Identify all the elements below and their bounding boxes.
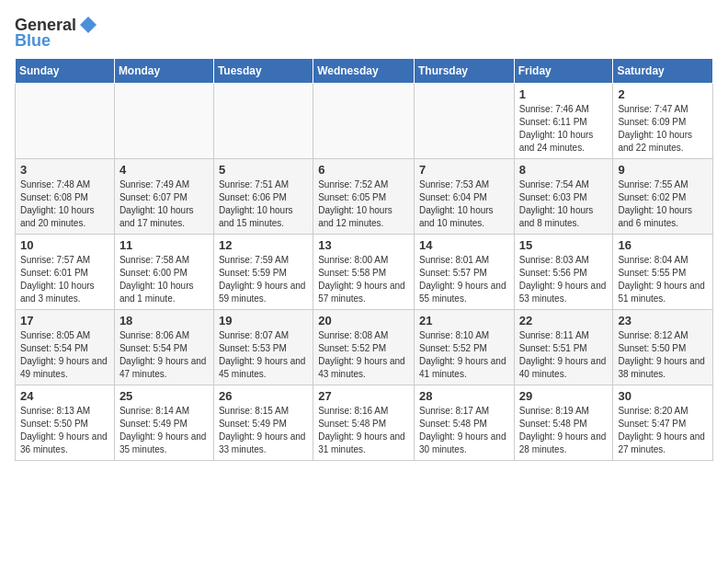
calendar-cell: 9Sunrise: 7:55 AM Sunset: 6:02 PM Daylig… bbox=[613, 159, 713, 235]
weekday-header-saturday: Saturday bbox=[613, 59, 713, 84]
day-number: 27 bbox=[318, 389, 409, 403]
calendar-cell: 3Sunrise: 7:48 AM Sunset: 6:08 PM Daylig… bbox=[16, 159, 115, 235]
calendar-cell: 29Sunrise: 8:19 AM Sunset: 5:48 PM Dayli… bbox=[514, 385, 613, 461]
calendar-cell: 28Sunrise: 8:17 AM Sunset: 5:48 PM Dayli… bbox=[414, 385, 514, 461]
day-number: 24 bbox=[20, 389, 109, 403]
day-info: Sunrise: 8:19 AM Sunset: 5:48 PM Dayligh… bbox=[519, 405, 609, 456]
calendar-cell: 16Sunrise: 8:04 AM Sunset: 5:55 PM Dayli… bbox=[613, 235, 713, 310]
calendar-cell: 1Sunrise: 7:46 AM Sunset: 6:11 PM Daylig… bbox=[514, 84, 613, 159]
day-info: Sunrise: 8:08 AM Sunset: 5:52 PM Dayligh… bbox=[318, 329, 409, 381]
day-number: 8 bbox=[519, 163, 609, 177]
day-number: 13 bbox=[318, 238, 409, 252]
day-info: Sunrise: 8:13 AM Sunset: 5:50 PM Dayligh… bbox=[20, 405, 109, 456]
weekday-header-monday: Monday bbox=[114, 59, 213, 84]
calendar-cell bbox=[114, 84, 213, 159]
calendar-cell: 14Sunrise: 8:01 AM Sunset: 5:57 PM Dayli… bbox=[414, 235, 514, 310]
day-number: 18 bbox=[119, 314, 209, 327]
calendar-cell: 13Sunrise: 8:00 AM Sunset: 5:58 PM Dayli… bbox=[313, 235, 415, 310]
logo-blue: Blue bbox=[15, 31, 51, 51]
day-number: 30 bbox=[618, 389, 708, 403]
day-number: 26 bbox=[219, 389, 308, 403]
day-info: Sunrise: 7:47 AM Sunset: 6:09 PM Dayligh… bbox=[618, 103, 708, 155]
day-number: 23 bbox=[618, 314, 708, 327]
calendar-cell: 6Sunrise: 7:52 AM Sunset: 6:05 PM Daylig… bbox=[313, 159, 415, 235]
calendar-cell: 17Sunrise: 8:05 AM Sunset: 5:54 PM Dayli… bbox=[16, 310, 115, 385]
weekday-header-wednesday: Wednesday bbox=[313, 59, 415, 84]
day-number: 20 bbox=[318, 314, 409, 327]
day-number: 7 bbox=[419, 163, 509, 177]
weekday-header-row: SundayMondayTuesdayWednesdayThursdayFrid… bbox=[16, 59, 713, 84]
calendar-cell bbox=[213, 84, 313, 159]
header: General Blue bbox=[15, 15, 713, 51]
day-info: Sunrise: 8:05 AM Sunset: 5:54 PM Dayligh… bbox=[20, 329, 109, 381]
day-number: 9 bbox=[618, 163, 708, 177]
weekday-header-tuesday: Tuesday bbox=[213, 59, 313, 84]
day-number: 12 bbox=[219, 238, 308, 252]
calendar: SundayMondayTuesdayWednesdayThursdayFrid… bbox=[15, 58, 713, 461]
day-number: 19 bbox=[219, 314, 308, 327]
logo-flag-icon bbox=[78, 15, 98, 35]
week-row-2: 3Sunrise: 7:48 AM Sunset: 6:08 PM Daylig… bbox=[16, 159, 713, 235]
calendar-cell: 30Sunrise: 8:20 AM Sunset: 5:47 PM Dayli… bbox=[613, 385, 713, 461]
day-info: Sunrise: 7:54 AM Sunset: 6:03 PM Dayligh… bbox=[519, 178, 609, 230]
day-info: Sunrise: 7:57 AM Sunset: 6:01 PM Dayligh… bbox=[20, 254, 109, 305]
day-info: Sunrise: 7:53 AM Sunset: 6:04 PM Dayligh… bbox=[419, 178, 509, 230]
day-info: Sunrise: 8:06 AM Sunset: 5:54 PM Dayligh… bbox=[119, 329, 209, 381]
calendar-cell: 18Sunrise: 8:06 AM Sunset: 5:54 PM Dayli… bbox=[114, 310, 213, 385]
day-info: Sunrise: 7:58 AM Sunset: 6:00 PM Dayligh… bbox=[119, 254, 209, 305]
day-info: Sunrise: 8:01 AM Sunset: 5:57 PM Dayligh… bbox=[419, 254, 509, 305]
week-row-4: 17Sunrise: 8:05 AM Sunset: 5:54 PM Dayli… bbox=[16, 310, 713, 385]
day-info: Sunrise: 7:49 AM Sunset: 6:07 PM Dayligh… bbox=[119, 178, 209, 230]
day-number: 4 bbox=[119, 163, 209, 177]
day-number: 25 bbox=[119, 389, 209, 403]
day-info: Sunrise: 8:17 AM Sunset: 5:48 PM Dayligh… bbox=[419, 405, 509, 456]
weekday-header-thursday: Thursday bbox=[414, 59, 514, 84]
day-info: Sunrise: 7:52 AM Sunset: 6:05 PM Dayligh… bbox=[318, 178, 409, 230]
day-info: Sunrise: 8:14 AM Sunset: 5:49 PM Dayligh… bbox=[119, 405, 209, 456]
calendar-cell bbox=[16, 84, 115, 159]
calendar-cell: 19Sunrise: 8:07 AM Sunset: 5:53 PM Dayli… bbox=[213, 310, 313, 385]
calendar-cell: 20Sunrise: 8:08 AM Sunset: 5:52 PM Dayli… bbox=[313, 310, 415, 385]
day-info: Sunrise: 8:10 AM Sunset: 5:52 PM Dayligh… bbox=[419, 329, 509, 381]
day-number: 15 bbox=[519, 238, 609, 252]
calendar-cell bbox=[414, 84, 514, 159]
day-info: Sunrise: 7:51 AM Sunset: 6:06 PM Dayligh… bbox=[219, 178, 308, 230]
day-info: Sunrise: 8:11 AM Sunset: 5:51 PM Dayligh… bbox=[519, 329, 609, 381]
day-number: 21 bbox=[419, 314, 509, 327]
weekday-header-friday: Friday bbox=[514, 59, 613, 84]
day-info: Sunrise: 8:16 AM Sunset: 5:48 PM Dayligh… bbox=[318, 405, 409, 456]
svg-marker-0 bbox=[80, 17, 97, 33]
day-number: 10 bbox=[20, 238, 109, 252]
logo: General Blue bbox=[15, 15, 98, 51]
calendar-cell: 4Sunrise: 7:49 AM Sunset: 6:07 PM Daylig… bbox=[114, 159, 213, 235]
calendar-cell: 22Sunrise: 8:11 AM Sunset: 5:51 PM Dayli… bbox=[514, 310, 613, 385]
day-info: Sunrise: 8:20 AM Sunset: 5:47 PM Dayligh… bbox=[618, 405, 708, 456]
week-row-1: 1Sunrise: 7:46 AM Sunset: 6:11 PM Daylig… bbox=[16, 84, 713, 159]
calendar-cell bbox=[313, 84, 415, 159]
day-number: 22 bbox=[519, 314, 609, 327]
day-number: 1 bbox=[519, 87, 609, 101]
day-info: Sunrise: 8:03 AM Sunset: 5:56 PM Dayligh… bbox=[519, 254, 609, 305]
day-number: 16 bbox=[618, 238, 708, 252]
calendar-cell: 10Sunrise: 7:57 AM Sunset: 6:01 PM Dayli… bbox=[16, 235, 115, 310]
calendar-cell: 8Sunrise: 7:54 AM Sunset: 6:03 PM Daylig… bbox=[514, 159, 613, 235]
calendar-cell: 2Sunrise: 7:47 AM Sunset: 6:09 PM Daylig… bbox=[613, 84, 713, 159]
calendar-cell: 23Sunrise: 8:12 AM Sunset: 5:50 PM Dayli… bbox=[613, 310, 713, 385]
week-row-5: 24Sunrise: 8:13 AM Sunset: 5:50 PM Dayli… bbox=[16, 385, 713, 461]
day-info: Sunrise: 8:04 AM Sunset: 5:55 PM Dayligh… bbox=[618, 254, 708, 305]
calendar-cell: 25Sunrise: 8:14 AM Sunset: 5:49 PM Dayli… bbox=[114, 385, 213, 461]
day-info: Sunrise: 8:12 AM Sunset: 5:50 PM Dayligh… bbox=[618, 329, 708, 381]
calendar-cell: 11Sunrise: 7:58 AM Sunset: 6:00 PM Dayli… bbox=[114, 235, 213, 310]
day-number: 3 bbox=[20, 163, 109, 177]
day-number: 5 bbox=[219, 163, 308, 177]
calendar-cell: 26Sunrise: 8:15 AM Sunset: 5:49 PM Dayli… bbox=[213, 385, 313, 461]
day-number: 28 bbox=[419, 389, 509, 403]
calendar-cell: 24Sunrise: 8:13 AM Sunset: 5:50 PM Dayli… bbox=[16, 385, 115, 461]
day-number: 2 bbox=[618, 87, 708, 101]
weekday-header-sunday: Sunday bbox=[16, 59, 115, 84]
day-info: Sunrise: 8:07 AM Sunset: 5:53 PM Dayligh… bbox=[219, 329, 308, 381]
day-number: 6 bbox=[318, 163, 409, 177]
day-info: Sunrise: 8:15 AM Sunset: 5:49 PM Dayligh… bbox=[219, 405, 308, 456]
day-info: Sunrise: 7:59 AM Sunset: 5:59 PM Dayligh… bbox=[219, 254, 308, 305]
day-info: Sunrise: 8:00 AM Sunset: 5:58 PM Dayligh… bbox=[318, 254, 409, 305]
